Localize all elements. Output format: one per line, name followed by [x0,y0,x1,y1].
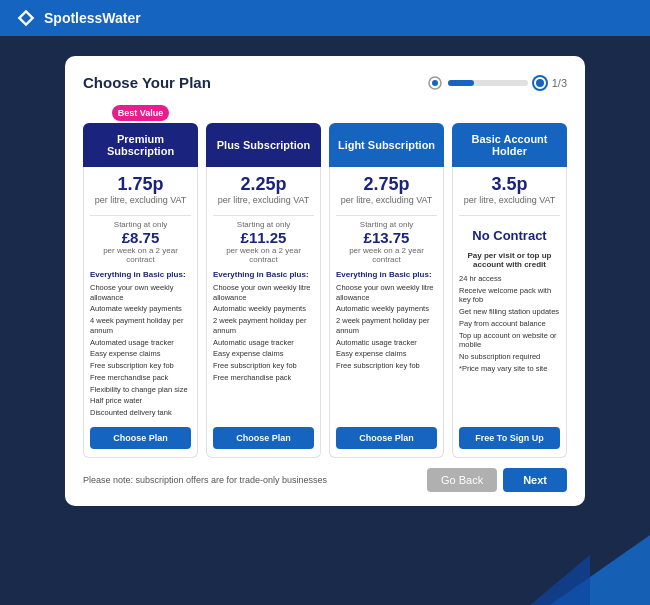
list-item: Flexibility to change plan size [90,384,191,396]
premium-contract-text: per week on a 2 year contract [90,246,191,264]
no-contract: No Contract [459,228,560,243]
list-item: Automatic weekly payments [336,303,437,315]
list-item: 4 week payment holiday per annum [90,315,191,337]
light-choose-button[interactable]: Choose Plan [336,427,437,449]
list-item: 24 hr access [459,273,560,285]
basic-price-unit: per litre, excluding VAT [459,195,560,205]
plus-contract-text: per week on a 2 year contract [213,246,314,264]
step-bar-fill [448,80,474,86]
plan-header-basic: Basic Account Holder [452,123,567,167]
list-item: Free subscription key fob [336,360,437,372]
list-item: No subscription required [459,351,560,363]
main-content: Choose Your Plan 1/3 Best Value Premium … [0,36,650,526]
list-item: Choose your own weekly litre allowance [336,282,437,304]
plus-price-unit: per litre, excluding VAT [213,195,314,205]
brand-name: SpotlessWater [44,10,141,26]
list-item: Easy expense claims [90,348,191,360]
plus-choose-button[interactable]: Choose Plan [213,427,314,449]
plan-card: Choose Your Plan 1/3 Best Value Premium … [65,56,585,506]
list-item: Automatic usage tracker [213,337,314,349]
light-price: 2.75p [336,175,437,195]
plus-features-title: Everything in Basic plus: [213,270,314,279]
plus-contract-price: £11.25 [213,229,314,246]
plan-header-light: Light Subscription [329,123,444,167]
list-item: Receive welcome pack with key fob [459,285,560,307]
plan-col-light: Light Subscription 2.75p per litre, excl… [329,105,444,458]
light-starting: Starting at only [336,220,437,229]
bottom-buttons: Go Back Next [427,468,567,492]
basic-price: 3.5p [459,175,560,195]
plus-price: 2.25p [213,175,314,195]
badge-spacer-plus [206,105,321,123]
go-back-button[interactable]: Go Back [427,468,497,492]
light-contract-text: per week on a 2 year contract [336,246,437,264]
step-dot [534,77,546,89]
list-item: Free merchandise pack [90,372,191,384]
note-text: Please note: subscription offers are for… [83,475,327,485]
plan-body-basic: 3.5p per litre, excluding VAT No Contrac… [452,167,567,458]
step-text: 1/3 [552,77,567,89]
list-item: 2 week payment holiday per annum [213,315,314,337]
plus-features: Choose your own weekly litre allowance A… [213,282,314,419]
plan-body-plus: 2.25p per litre, excluding VAT Starting … [206,167,321,458]
list-item: Top up account on website or mobile [459,330,560,352]
badge-spacer-light [329,105,444,123]
list-item: Get new filling station updates [459,306,560,318]
navbar: SpotlessWater [0,0,650,36]
plus-starting: Starting at only [213,220,314,229]
premium-starting: Starting at only [90,220,191,229]
list-item: Automatic usage tracker [336,337,437,349]
logo-icon [16,8,36,28]
light-price-unit: per litre, excluding VAT [336,195,437,205]
plan-col-plus: Plus Subscription 2.25p per litre, exclu… [206,105,321,458]
pay-visit: Pay per visit or top up account with cre… [459,251,560,269]
list-item: Easy expense claims [336,348,437,360]
plan-body-premium: 1.75p per litre, excluding VAT Starting … [83,167,198,458]
list-item: Easy expense claims [213,348,314,360]
plan-col-premium: Best Value Premium Subscription 1.75p pe… [83,105,198,458]
list-item: *Price may vary site to site [459,363,560,375]
list-item: Discounted delivery tank [90,407,191,419]
plan-header-premium: Premium Subscription [83,123,198,167]
list-item: Automatic weekly payments [213,303,314,315]
plans-grid: Best Value Premium Subscription 1.75p pe… [83,105,567,458]
list-item: Pay from account balance [459,318,560,330]
best-value-badge: Best Value [112,105,170,121]
next-button[interactable]: Next [503,468,567,492]
badge-spacer-basic [452,105,567,123]
brand-logo: SpotlessWater [16,8,141,28]
list-item: Free merchandise pack [213,372,314,384]
card-title: Choose Your Plan [83,74,211,91]
corner-decoration-mid [530,555,590,605]
step-indicator: 1/3 [428,76,567,90]
list-item: Choose your own weekly litre allowance [213,282,314,304]
list-item: Choose your own weekly allowance [90,282,191,304]
light-features-title: Everything in Basic plus: [336,270,437,279]
card-header: Choose Your Plan 1/3 [83,74,567,91]
premium-contract-price: £8.75 [90,229,191,246]
plan-header-plus: Plus Subscription [206,123,321,167]
basic-signup-button[interactable]: Free To Sign Up [459,427,560,449]
list-item: Free subscription key fob [90,360,191,372]
list-item: Automated usage tracker [90,337,191,349]
premium-price-unit: per litre, excluding VAT [90,195,191,205]
plan-col-basic: Basic Account Holder 3.5p per litre, exc… [452,105,567,458]
plan-body-light: 2.75p per litre, excluding VAT Starting … [329,167,444,458]
slider-icon [428,76,442,90]
premium-price: 1.75p [90,175,191,195]
list-item: 2 week payment holiday per annum [336,315,437,337]
light-contract-price: £13.75 [336,229,437,246]
step-progress-bar [448,80,528,86]
list-item: Automate weekly payments [90,303,191,315]
premium-features-title: Everything in Basic plus: [90,270,191,279]
premium-choose-button[interactable]: Choose Plan [90,427,191,449]
list-item: Half price water [90,395,191,407]
bottom-bar: Please note: subscription offers are for… [83,468,567,492]
basic-features: 24 hr access Receive welcome pack with k… [459,273,560,419]
svg-marker-5 [530,555,590,605]
premium-features: Choose your own weekly allowance Automat… [90,282,191,419]
list-item: Free subscription key fob [213,360,314,372]
light-features: Choose your own weekly litre allowance A… [336,282,437,419]
svg-point-3 [432,80,438,86]
